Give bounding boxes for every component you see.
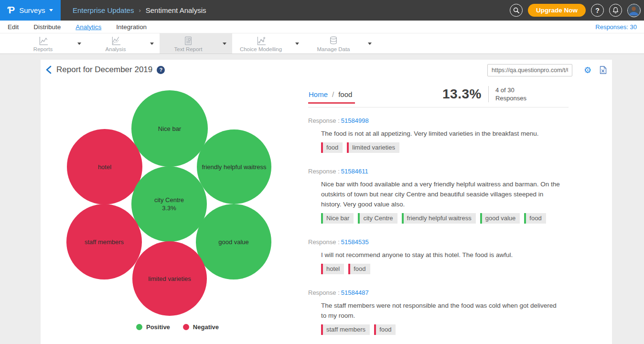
tag-good-value: good value — [480, 213, 520, 224]
legend-item-positive: Positive — [136, 323, 170, 331]
chevron-down-icon — [77, 43, 81, 45]
response-header: Response :51584487 — [308, 289, 569, 296]
search-button[interactable] — [510, 4, 523, 17]
manage-data-dropdown-button[interactable] — [362, 33, 377, 54]
bubble-value: 3.3% — [162, 204, 176, 212]
nav-tabs: EditDistributeAnalyticsIntegration — [0, 23, 147, 31]
text-report-icon — [183, 36, 193, 46]
text-report-button[interactable]: Text Report — [160, 33, 217, 54]
response-id-link[interactable]: 51584611 — [341, 168, 368, 175]
responses-count: 4 of 30 Responses — [495, 86, 526, 102]
response-label: Response : — [308, 289, 340, 296]
panel-home-link[interactable]: Home — [309, 90, 328, 98]
product-switcher[interactable]: Ƥ Surveys — [0, 0, 61, 21]
nav-item-edit[interactable]: Edit — [8, 23, 19, 31]
response-id-link[interactable]: 51584998 — [341, 117, 369, 124]
response-id-link[interactable]: 51584487 — [341, 289, 369, 296]
bubble-label: Nice bar — [158, 125, 181, 133]
toolbar-item-analysis: Analysis — [87, 33, 160, 54]
bubble-staff-members[interactable]: staff members — [66, 204, 142, 280]
nav-item-integration[interactable]: Integration — [116, 23, 147, 31]
response-text: The staff members were not responsible a… — [321, 301, 562, 321]
response-tags: Nice barcity Centrefriendly helpful wait… — [321, 213, 569, 224]
response-item: Response :51584611Nice bar with food ava… — [308, 168, 569, 224]
tag-staff-members: staff members — [321, 324, 370, 335]
tag-food: food — [321, 142, 343, 153]
bubble-limited-varieties[interactable]: limited varieties — [132, 241, 207, 316]
share-url-input[interactable] — [487, 64, 572, 76]
analysis-dropdown-button[interactable] — [144, 33, 160, 54]
help-button[interactable]: ? — [591, 4, 604, 17]
avatar[interactable] — [627, 4, 641, 17]
text-report-label: Text Report — [174, 46, 203, 52]
response-header: Response :51584611 — [308, 168, 569, 175]
bubble-city-centre[interactable]: city Centre3.3% — [131, 166, 207, 242]
tag-food: food — [348, 264, 370, 274]
survey-nav: EditDistributeAnalyticsIntegration Respo… — [0, 21, 644, 33]
tag-limited-varieties: limited varieties — [347, 142, 399, 153]
tag-friendly-helpful-waitress: friendly helpful waitress — [402, 213, 476, 224]
breadcrumb-parent-link[interactable]: Enterprise Updates — [73, 6, 134, 14]
report-card: Report for December 2019 ? ⚙ Nice barhot… — [41, 60, 612, 344]
tag-food: food — [524, 213, 546, 224]
legend-dot-icon — [136, 324, 142, 330]
notifications-button[interactable] — [609, 4, 622, 17]
bell-icon — [612, 7, 619, 14]
topic-stats: 13.3% 4 of 30 Responses — [442, 86, 569, 102]
analysis-label: Analysis — [106, 46, 126, 52]
bubble-hotel[interactable]: hotel — [67, 129, 142, 204]
choice-modelling-label: Choice Modelling — [240, 46, 282, 52]
breadcrumb-separator: › — [139, 7, 140, 14]
nav-item-analytics[interactable]: Analytics — [75, 23, 101, 31]
search-icon — [513, 7, 520, 14]
toolbar-item-manage-data: Manage Data — [305, 33, 377, 54]
reports-button[interactable]: Reports — [14, 33, 72, 54]
bubble-nice-bar[interactable]: Nice bar — [131, 90, 208, 167]
bubble-good-value[interactable]: good value — [196, 204, 271, 280]
upgrade-now-button[interactable]: Upgrade Now — [528, 4, 586, 17]
choice-modelling-dropdown-button[interactable] — [290, 33, 305, 54]
chevron-down-icon — [49, 9, 53, 11]
legend-item-negative: Negative — [183, 323, 219, 331]
bubble-label: hotel — [98, 163, 111, 171]
choice-modelling-button[interactable]: Choice Modelling — [232, 33, 290, 54]
legend-label: Negative — [193, 323, 219, 331]
response-item: Response :51584535I will not recommend a… — [308, 238, 569, 274]
response-header: Response :51584998 — [308, 117, 569, 124]
topbar-actions: Upgrade Now ? — [510, 4, 644, 17]
bubble-friendly-helpful-waitress[interactable]: friendly helpful waitress — [197, 129, 271, 204]
toolbar-item-reports: Reports — [14, 33, 87, 54]
response-text: Nice bar with food available and a very … — [321, 179, 562, 209]
nav-item-distribute[interactable]: Distribute — [33, 23, 61, 31]
responses-count-line2: Responses — [495, 94, 526, 102]
responses-count-line1: 4 of 30 — [495, 86, 526, 94]
bubble-label: staff members — [85, 238, 124, 246]
response-label: Response : — [308, 168, 340, 175]
responses-counter-link[interactable]: Responses: 30 — [595, 23, 644, 31]
tag-city-centre: city Centre — [358, 213, 397, 224]
reports-chart-icon — [38, 36, 48, 46]
bubble-label: city Centre — [154, 196, 184, 204]
text-report-dropdown-button[interactable] — [217, 33, 232, 54]
manage-data-button[interactable]: Manage Data — [305, 33, 362, 54]
response-label: Response : — [308, 238, 340, 246]
response-header: Response :51584535 — [308, 238, 569, 246]
panel-current-topic: food — [338, 90, 352, 98]
panel-breadcrumb: Home / food — [308, 90, 355, 104]
user-photo-icon — [628, 4, 640, 16]
chevron-down-icon — [368, 43, 372, 45]
response-text: I will not recommend anyone to stay at t… — [321, 250, 562, 260]
response-id-link[interactable]: 51584535 — [341, 238, 369, 246]
tag-hotel: hotel — [321, 264, 344, 274]
response-item: Response :51584487The staff members were… — [308, 289, 569, 335]
analysis-button[interactable]: Analysis — [87, 33, 144, 54]
bubble-label: good value — [218, 238, 249, 246]
panel-breadcrumb-separator: / — [332, 90, 334, 98]
breadcrumb: Enterprise Updates › Sentiment Analysis — [73, 6, 206, 14]
reports-dropdown-button[interactable] — [72, 33, 87, 54]
settings-gear-icon[interactable]: ⚙ — [584, 64, 591, 76]
bubble-label: friendly helpful waitress — [202, 163, 266, 171]
response-label: Response : — [308, 117, 340, 124]
response-item: Response :51584998The food is not at all… — [308, 117, 569, 153]
export-excel-icon[interactable] — [600, 66, 607, 76]
